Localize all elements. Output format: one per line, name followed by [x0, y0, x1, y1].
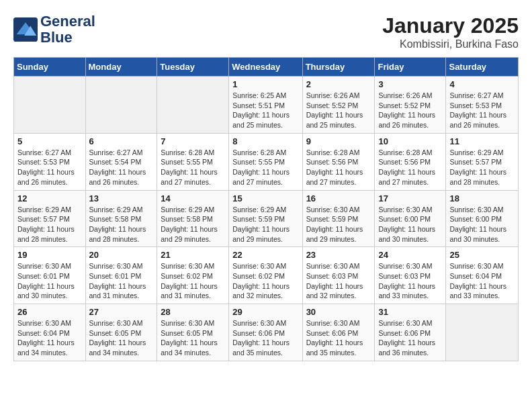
day-info: Sunrise: 6:29 AM Sunset: 5:59 PM Dayligh…	[232, 205, 298, 244]
day-number: 15	[232, 193, 298, 203]
calendar-cell: 31Sunrise: 6:30 AM Sunset: 6:06 PM Dayli…	[375, 304, 446, 361]
week-row-4: 19Sunrise: 6:30 AM Sunset: 6:01 PM Dayli…	[14, 247, 519, 304]
weekday-header-saturday: Saturday	[446, 58, 519, 77]
day-info: Sunrise: 6:30 AM Sunset: 6:05 PM Dayligh…	[161, 318, 225, 358]
day-info: Sunrise: 6:29 AM Sunset: 5:58 PM Dayligh…	[89, 205, 154, 244]
day-number: 29	[232, 307, 298, 317]
day-number: 24	[378, 250, 442, 260]
day-info: Sunrise: 6:30 AM Sunset: 6:04 PM Dayligh…	[17, 318, 82, 358]
day-info: Sunrise: 6:30 AM Sunset: 6:06 PM Dayligh…	[232, 318, 298, 358]
calendar-cell: 19Sunrise: 6:30 AM Sunset: 6:01 PM Dayli…	[14, 247, 86, 304]
weekday-header-tuesday: Tuesday	[157, 58, 229, 77]
logo-text: General Blue	[40, 13, 95, 46]
day-number: 12	[17, 193, 82, 203]
calendar-cell: 12Sunrise: 6:29 AM Sunset: 5:57 PM Dayli…	[14, 190, 86, 247]
calendar-cell: 11Sunrise: 6:29 AM Sunset: 5:57 PM Dayli…	[446, 133, 519, 190]
day-number: 31	[378, 307, 442, 317]
day-number: 11	[449, 136, 515, 146]
week-row-1: 1Sunrise: 6:25 AM Sunset: 5:51 PM Daylig…	[14, 77, 519, 134]
calendar-cell: 3Sunrise: 6:26 AM Sunset: 5:52 PM Daylig…	[375, 77, 446, 134]
day-number: 6	[89, 136, 154, 146]
weekday-header-sunday: Sunday	[14, 58, 86, 77]
calendar-cell: 4Sunrise: 6:27 AM Sunset: 5:53 PM Daylig…	[446, 77, 519, 134]
day-number: 14	[161, 193, 225, 203]
day-info: Sunrise: 6:28 AM Sunset: 5:56 PM Dayligh…	[378, 148, 442, 187]
day-info: Sunrise: 6:28 AM Sunset: 5:55 PM Dayligh…	[232, 148, 298, 187]
week-row-5: 26Sunrise: 6:30 AM Sunset: 6:04 PM Dayli…	[14, 304, 519, 361]
calendar-cell: 14Sunrise: 6:29 AM Sunset: 5:58 PM Dayli…	[157, 190, 229, 247]
logo: General Blue	[13, 13, 95, 46]
day-number: 20	[89, 250, 154, 260]
week-row-3: 12Sunrise: 6:29 AM Sunset: 5:57 PM Dayli…	[14, 190, 519, 247]
day-info: Sunrise: 6:30 AM Sunset: 6:06 PM Dayligh…	[378, 318, 442, 358]
day-info: Sunrise: 6:30 AM Sunset: 6:05 PM Dayligh…	[89, 318, 154, 358]
calendar-cell	[157, 77, 229, 134]
calendar-cell: 23Sunrise: 6:30 AM Sunset: 6:03 PM Dayli…	[302, 247, 375, 304]
calendar-cell: 1Sunrise: 6:25 AM Sunset: 5:51 PM Daylig…	[229, 77, 302, 134]
day-info: Sunrise: 6:27 AM Sunset: 5:54 PM Dayligh…	[89, 148, 154, 187]
calendar-subtitle: Kombissiri, Burkina Faso	[382, 38, 519, 50]
week-row-2: 5Sunrise: 6:27 AM Sunset: 5:53 PM Daylig…	[14, 133, 519, 190]
day-info: Sunrise: 6:28 AM Sunset: 5:56 PM Dayligh…	[306, 148, 371, 187]
day-info: Sunrise: 6:30 AM Sunset: 6:03 PM Dayligh…	[306, 261, 371, 301]
calendar-table: SundayMondayTuesdayWednesdayThursdayFrid…	[13, 57, 519, 361]
day-number: 1	[232, 79, 298, 89]
day-info: Sunrise: 6:28 AM Sunset: 5:55 PM Dayligh…	[161, 148, 225, 187]
page-header: General Blue January 2025 Kombissiri, Bu…	[13, 13, 519, 50]
day-info: Sunrise: 6:30 AM Sunset: 6:00 PM Dayligh…	[449, 205, 515, 244]
calendar-cell: 25Sunrise: 6:30 AM Sunset: 6:04 PM Dayli…	[446, 247, 519, 304]
day-number: 7	[161, 136, 225, 146]
calendar-cell: 2Sunrise: 6:26 AM Sunset: 5:52 PM Daylig…	[302, 77, 375, 134]
calendar-cell	[446, 304, 519, 361]
day-number: 10	[378, 136, 442, 146]
day-number: 30	[306, 307, 371, 317]
calendar-cell: 6Sunrise: 6:27 AM Sunset: 5:54 PM Daylig…	[85, 133, 157, 190]
weekday-header-thursday: Thursday	[302, 58, 375, 77]
day-number: 13	[89, 193, 154, 203]
weekday-header-friday: Friday	[375, 58, 446, 77]
calendar-cell	[14, 77, 86, 134]
weekday-header-wednesday: Wednesday	[229, 58, 302, 77]
day-number: 9	[306, 136, 371, 146]
day-number: 3	[378, 79, 442, 89]
day-number: 5	[17, 136, 82, 146]
day-number: 22	[232, 250, 298, 260]
day-number: 17	[378, 193, 442, 203]
calendar-cell	[85, 77, 157, 134]
day-info: Sunrise: 6:26 AM Sunset: 5:52 PM Dayligh…	[378, 91, 442, 130]
day-number: 27	[89, 307, 154, 317]
title-block: January 2025 Kombissiri, Burkina Faso	[382, 13, 519, 50]
day-info: Sunrise: 6:30 AM Sunset: 6:06 PM Dayligh…	[306, 318, 371, 358]
calendar-cell: 7Sunrise: 6:28 AM Sunset: 5:55 PM Daylig…	[157, 133, 229, 190]
calendar-cell: 5Sunrise: 6:27 AM Sunset: 5:53 PM Daylig…	[14, 133, 86, 190]
day-number: 23	[306, 250, 371, 260]
day-number: 26	[17, 307, 82, 317]
calendar-cell: 30Sunrise: 6:30 AM Sunset: 6:06 PM Dayli…	[302, 304, 375, 361]
day-info: Sunrise: 6:30 AM Sunset: 5:59 PM Dayligh…	[306, 205, 371, 244]
calendar-title: January 2025	[382, 13, 519, 38]
weekday-header-row: SundayMondayTuesdayWednesdayThursdayFrid…	[14, 58, 519, 77]
day-info: Sunrise: 6:29 AM Sunset: 5:57 PM Dayligh…	[17, 205, 82, 244]
calendar-cell: 27Sunrise: 6:30 AM Sunset: 6:05 PM Dayli…	[85, 304, 157, 361]
day-info: Sunrise: 6:29 AM Sunset: 5:57 PM Dayligh…	[449, 148, 515, 187]
calendar-cell: 10Sunrise: 6:28 AM Sunset: 5:56 PM Dayli…	[375, 133, 446, 190]
day-info: Sunrise: 6:30 AM Sunset: 6:01 PM Dayligh…	[89, 261, 154, 301]
logo-line1: General	[40, 13, 95, 30]
calendar-cell: 26Sunrise: 6:30 AM Sunset: 6:04 PM Dayli…	[14, 304, 86, 361]
day-number: 16	[306, 193, 371, 203]
calendar-cell: 16Sunrise: 6:30 AM Sunset: 5:59 PM Dayli…	[302, 190, 375, 247]
day-info: Sunrise: 6:25 AM Sunset: 5:51 PM Dayligh…	[232, 91, 298, 130]
day-info: Sunrise: 6:30 AM Sunset: 6:00 PM Dayligh…	[378, 205, 442, 244]
day-info: Sunrise: 6:30 AM Sunset: 6:03 PM Dayligh…	[378, 261, 442, 301]
weekday-header-monday: Monday	[85, 58, 157, 77]
calendar-cell: 8Sunrise: 6:28 AM Sunset: 5:55 PM Daylig…	[229, 133, 302, 190]
calendar-cell: 18Sunrise: 6:30 AM Sunset: 6:00 PM Dayli…	[446, 190, 519, 247]
calendar-cell: 15Sunrise: 6:29 AM Sunset: 5:59 PM Dayli…	[229, 190, 302, 247]
day-number: 18	[449, 193, 515, 203]
calendar-cell: 29Sunrise: 6:30 AM Sunset: 6:06 PM Dayli…	[229, 304, 302, 361]
day-info: Sunrise: 6:30 AM Sunset: 6:04 PM Dayligh…	[449, 261, 515, 301]
calendar-cell: 13Sunrise: 6:29 AM Sunset: 5:58 PM Dayli…	[85, 190, 157, 247]
calendar-cell: 17Sunrise: 6:30 AM Sunset: 6:00 PM Dayli…	[375, 190, 446, 247]
day-info: Sunrise: 6:30 AM Sunset: 6:02 PM Dayligh…	[161, 261, 225, 301]
calendar-cell: 22Sunrise: 6:30 AM Sunset: 6:02 PM Dayli…	[229, 247, 302, 304]
